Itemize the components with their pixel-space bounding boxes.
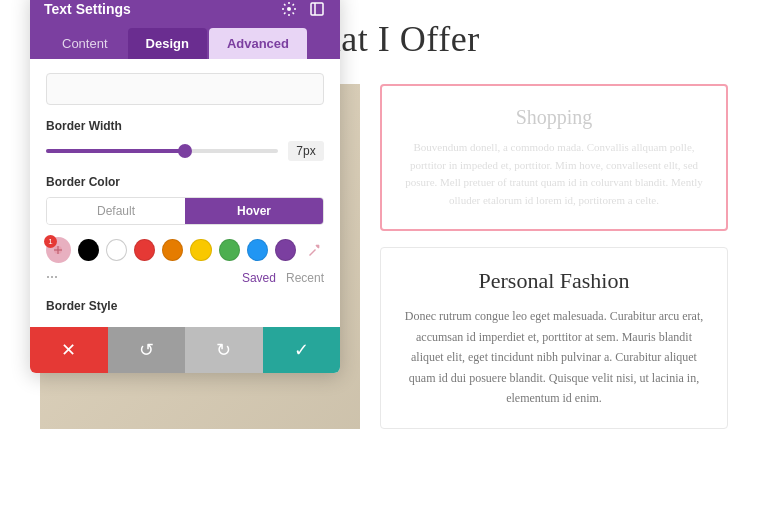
swatch-blue[interactable]: [247, 239, 268, 261]
svg-rect-1: [311, 3, 323, 15]
border-style-label: Border Style: [46, 299, 324, 313]
swatch-yellow[interactable]: [190, 239, 211, 261]
swatch-black[interactable]: [78, 239, 99, 261]
saved-recent-tabs: Saved Recent: [242, 271, 324, 285]
fashion-card-title: Personal Fashion: [401, 268, 707, 294]
shopping-card-text: Bouvendum donell, a commodo mada. Conval…: [402, 139, 706, 209]
color-swatches-row: 1: [46, 237, 324, 263]
panel-title: Text Settings: [44, 1, 131, 17]
fashion-card: Personal Fashion Donec rutrum congue leo…: [380, 247, 728, 429]
bc-hover-tab[interactable]: Hover: [185, 198, 323, 224]
saved-row: ··· Saved Recent: [46, 269, 324, 287]
redo-button[interactable]: ↻: [185, 327, 263, 373]
border-width-row: 7px: [46, 141, 324, 161]
eyedropper-icon[interactable]: [303, 239, 324, 261]
swatch-orange[interactable]: [162, 239, 183, 261]
panel-header-icons: [280, 0, 326, 18]
shopping-card: Shopping Bouvendum donell, a commodo mad…: [380, 84, 728, 231]
border-width-label: Border Width: [46, 119, 324, 133]
slider-fill: [46, 149, 185, 153]
undo-button[interactable]: ↺: [108, 327, 186, 373]
border-width-value[interactable]: 7px: [288, 141, 324, 161]
border-color-tabs: Default Hover: [46, 197, 324, 225]
tab-design[interactable]: Design: [128, 28, 207, 59]
swatch-purple[interactable]: [275, 239, 296, 261]
confirm-button[interactable]: ✓: [263, 327, 341, 373]
settings-panel: Text Settings Content Desi: [30, 0, 340, 373]
fashion-card-text: Donec rutrum congue leo eget malesuada. …: [401, 306, 707, 408]
panel-body: Border Width 7px Border Color Default Ho…: [30, 59, 340, 327]
panel-tabs: Content Design Advanced: [30, 28, 340, 59]
right-column: Shopping Bouvendum donell, a commodo mad…: [380, 84, 728, 429]
page-background: What I Offer trum imperd nib s. Quis Sho…: [0, 0, 768, 522]
shopping-card-title: Shopping: [516, 106, 593, 129]
swatch-red[interactable]: [134, 239, 155, 261]
text-input-placeholder[interactable]: [46, 73, 324, 105]
cancel-button[interactable]: ✕: [30, 327, 108, 373]
bc-default-tab[interactable]: Default: [47, 198, 185, 224]
panel-header: Text Settings: [30, 0, 340, 28]
border-color-label: Border Color: [46, 175, 324, 189]
more-options-icon[interactable]: ···: [46, 269, 58, 287]
svg-point-7: [316, 245, 319, 248]
expand-icon[interactable]: [308, 0, 326, 18]
slider-thumb[interactable]: [178, 144, 192, 158]
tab-content[interactable]: Content: [44, 28, 126, 59]
swatch-numbered[interactable]: 1: [46, 237, 71, 263]
border-width-slider[interactable]: [46, 149, 278, 153]
recent-tab[interactable]: Recent: [286, 271, 324, 285]
swatch-white[interactable]: [106, 239, 127, 261]
panel-toolbar: ✕ ↺ ↻ ✓: [30, 327, 340, 373]
swatch-green[interactable]: [219, 239, 240, 261]
settings-icon[interactable]: [280, 0, 298, 18]
saved-tab[interactable]: Saved: [242, 271, 276, 285]
svg-point-0: [287, 7, 291, 11]
tab-advanced[interactable]: Advanced: [209, 28, 307, 59]
